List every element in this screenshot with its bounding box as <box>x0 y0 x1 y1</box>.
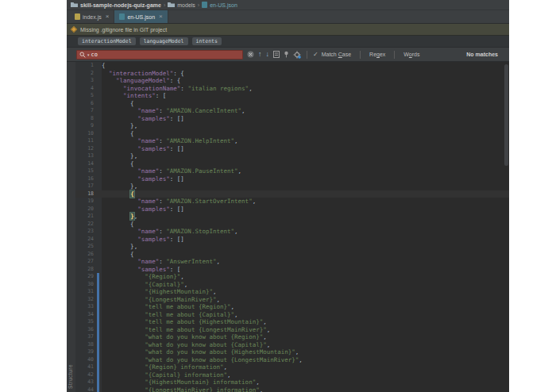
code-text: { <box>102 62 106 69</box>
nav-project-name[interactable]: skill-sample-nodejs-quiz-game <box>80 2 161 8</box>
code-line-9[interactable]: 9 }, <box>75 122 509 130</box>
line-number: 34 <box>75 311 97 319</box>
close-tab-icon[interactable]: × <box>106 13 110 20</box>
code-line-42[interactable]: 42 "{Capital} information", <box>75 371 509 379</box>
tool-window-button-structure[interactable]: Structure <box>68 364 73 389</box>
nav-folder-models[interactable]: models <box>177 2 195 8</box>
code-line-11[interactable]: 11 "name": "AMAZON.HelpIntent", <box>75 137 509 145</box>
code-line-30[interactable]: 30 "{Capital}", <box>75 281 509 289</box>
code-text: "name": "AMAZON.HelpIntent", <box>102 137 238 144</box>
code-line-22[interactable]: 22 { <box>75 221 509 229</box>
code-line-27[interactable]: 27 "name": "AnswerIntent", <box>75 258 509 266</box>
pin-search-icon[interactable] <box>284 51 289 58</box>
line-number: 15 <box>75 167 97 175</box>
code-line-43[interactable]: 43 "{HighestMountain} information", <box>75 379 509 386</box>
vcs-change-marker <box>97 266 99 274</box>
code-line-6[interactable]: 6 { <box>75 100 509 108</box>
vcs-change-marker <box>97 288 99 296</box>
code-line-7[interactable]: 7 "name": "AMAZON.CancelIntent", <box>75 107 509 115</box>
clear-search-icon[interactable] <box>247 51 254 58</box>
line-number: 33 <box>75 303 97 311</box>
close-tab-icon[interactable]: × <box>159 13 163 20</box>
code-text: "{HighestMountain} information", <box>102 379 260 386</box>
line-number: 24 <box>75 236 97 244</box>
code-line-34[interactable]: 34 "tell me about {Capital}", <box>75 311 509 319</box>
search-settings-gear-icon[interactable] <box>293 51 301 59</box>
code-line-32[interactable]: 32 "{LongestMainRiver}", <box>75 296 509 304</box>
code-line-5[interactable]: 5 "intents": [ <box>75 92 509 100</box>
nav-file-en-us-json[interactable]: en-US.json <box>210 2 237 8</box>
breadcrumb-intents[interactable]: intents <box>192 37 222 45</box>
scrollbar-thumb[interactable] <box>504 64 508 166</box>
code-line-18[interactable]: 18 { <box>75 190 509 198</box>
vcs-change-marker <box>97 311 99 319</box>
code-line-39[interactable]: 39 "what do you know about {HighestMount… <box>75 348 509 356</box>
line-number: 31 <box>75 288 97 296</box>
code-line-13[interactable]: 13 }, <box>75 152 509 160</box>
line-number: 8 <box>75 115 97 123</box>
code-line-23[interactable]: 23 "name": "AMAZON.StopIntent", <box>75 228 509 236</box>
vcs-change-marker <box>97 167 99 175</box>
find-option-regex[interactable]: Regex <box>369 52 385 57</box>
code-line-29[interactable]: 29 "{Region}", <box>75 273 509 281</box>
code-line-10[interactable]: 10 { <box>75 130 509 138</box>
search-input[interactable]: ▾ co <box>76 50 243 60</box>
ide-window: skill-sample-nodejs-quiz-game › models ›… <box>67 0 509 392</box>
code-line-1[interactable]: 1{ <box>75 62 509 70</box>
code-line-19[interactable]: 19 "name": "AMAZON.StartOverIntent", <box>75 198 509 206</box>
vcs-change-marker <box>97 296 99 304</box>
code-line-31[interactable]: 31 "{HighestMountain}", <box>75 288 509 296</box>
line-number: 39 <box>75 348 97 356</box>
code-line-28[interactable]: 28 "samples": [ <box>75 266 509 274</box>
code-line-16[interactable]: 16 "samples": [] <box>75 175 509 183</box>
code-line-21[interactable]: 21 }, <box>75 213 509 221</box>
line-number: 38 <box>75 341 97 349</box>
code-line-8[interactable]: 8 "samples": [] <box>75 115 509 123</box>
match-status: No matches <box>466 52 498 57</box>
code-text: }, <box>102 122 137 129</box>
code-line-4[interactable]: 4 "invocationName": "italian regions", <box>75 85 509 93</box>
code-line-17[interactable]: 17 }, <box>75 183 509 190</box>
line-number: 4 <box>75 85 97 93</box>
breadcrumb-languageModel[interactable]: languageModel <box>140 37 188 45</box>
code-line-36[interactable]: 36 "tell me about {LongestMainRiver}", <box>75 326 509 334</box>
search-history-chevron-icon[interactable]: ▾ <box>87 52 90 57</box>
tab-index.js[interactable]: index.js× <box>70 10 114 23</box>
editor-scrollbar[interactable] <box>504 62 509 392</box>
vcs-change-marker <box>97 356 99 364</box>
find-option-words[interactable]: Words <box>403 52 419 57</box>
tab-en-US.json[interactable]: en-US.json× <box>114 10 168 23</box>
code-line-14[interactable]: 14 { <box>75 160 509 168</box>
code-line-15[interactable]: 15 "name": "AMAZON.PauseIntent", <box>75 167 509 175</box>
code-line-3[interactable]: 3 "languageModel": { <box>75 77 509 85</box>
code-text: "name": "AMAZON.StartOverIntent", <box>102 198 256 205</box>
code-line-41[interactable]: 41 "{Region} information", <box>75 363 509 371</box>
code-line-44[interactable]: 44 "{LongestMainRiver} information", <box>75 386 509 392</box>
previous-match-icon[interactable]: ↑ <box>258 51 262 58</box>
vcs-change-marker <box>97 77 99 85</box>
next-match-icon[interactable]: ↓ <box>266 51 270 58</box>
code-line-35[interactable]: 35 "tell me about {HighestMountain}", <box>75 318 509 326</box>
vcs-change-marker <box>97 371 99 379</box>
code-editor[interactable]: 1{2 "interactionModel": {3 "languageMode… <box>67 62 509 392</box>
code-line-26[interactable]: 26 { <box>75 251 509 259</box>
breadcrumb-interactionModel[interactable]: interactionModel <box>78 37 136 45</box>
code-line-37[interactable]: 37 "what do you know about {Region}", <box>75 333 509 341</box>
code-text: "what do you know about {Region}", <box>102 333 267 340</box>
code-text: "{Capital}", <box>102 281 187 288</box>
code-line-25[interactable]: 25 }, <box>75 243 509 251</box>
code-text: "{Region}", <box>102 273 184 280</box>
multiline-search-icon[interactable] <box>273 51 280 58</box>
vcs-change-marker <box>97 348 99 356</box>
vcs-change-marker <box>97 228 99 236</box>
code-line-24[interactable]: 24 "samples": [] <box>75 236 509 244</box>
code-line-2[interactable]: 2 "interactionModel": { <box>75 70 509 78</box>
code-text: { <box>102 221 134 228</box>
code-line-12[interactable]: 12 "samples": [] <box>75 145 509 153</box>
code-line-20[interactable]: 20 "samples": [] <box>75 206 509 213</box>
vcs-change-marker <box>97 130 99 138</box>
code-line-40[interactable]: 40 "what do you know about {LongestMainR… <box>75 356 509 364</box>
code-line-33[interactable]: 33 "tell me about {Region}", <box>75 303 509 311</box>
code-line-38[interactable]: 38 "what do you know about {Capital}", <box>75 341 509 349</box>
find-option-match-case[interactable]: Match Case <box>322 52 351 57</box>
